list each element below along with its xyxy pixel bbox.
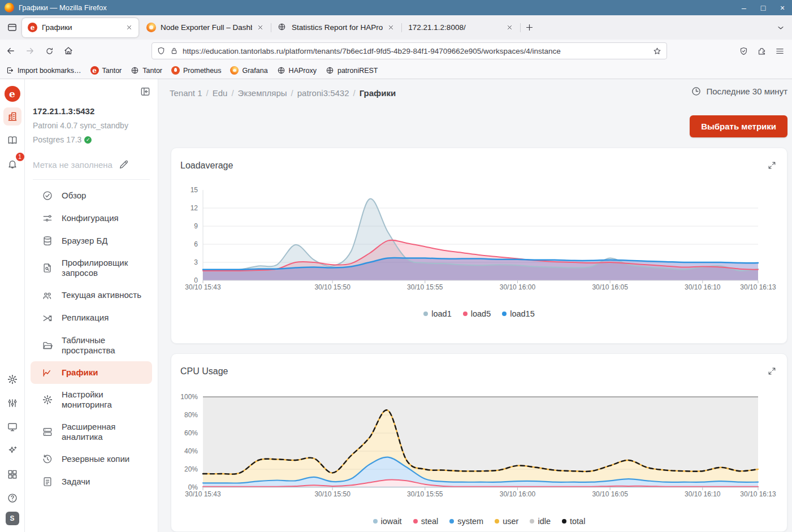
sidebar-item-profiler[interactable]: Профилировщик запросов <box>31 252 152 284</box>
forward-button[interactable] <box>21 42 38 59</box>
legend-item-load5[interactable]: load5 <box>463 309 491 318</box>
bookmark-star-icon[interactable] <box>652 46 662 56</box>
back-button[interactable] <box>2 42 19 59</box>
sidebar-item-tablespaces[interactable]: Табличные пространства <box>31 330 152 362</box>
protections-dashboard-icon[interactable] <box>734 42 752 59</box>
maximize-button[interactable]: □ <box>754 0 773 15</box>
sidebar-item-charts[interactable]: Графики <box>31 361 152 384</box>
legend-item-system[interactable]: system <box>449 517 483 526</box>
select-metrics-button[interactable]: Выбрать метрики <box>690 115 787 137</box>
bookmark-item[interactable]: Grafana <box>230 66 267 75</box>
sidebar-item-label: Табличные пространства <box>62 335 148 356</box>
sidebar-item-config[interactable]: Конфигурация <box>31 207 152 230</box>
expand-chart-button[interactable] <box>767 366 777 376</box>
app-menu-button[interactable] <box>771 42 789 59</box>
breadcrumb-item[interactable]: Tenant 1 <box>170 88 202 98</box>
rail-item-help[interactable] <box>3 489 21 507</box>
rail-item-preferences[interactable] <box>3 394 21 412</box>
legend-dot <box>423 312 428 316</box>
bookmark-label: HAProxy <box>289 67 317 75</box>
sidebar-item-replication[interactable]: Репликация <box>31 307 152 330</box>
user-avatar[interactable]: S <box>6 512 19 525</box>
bookmark-item[interactable]: Prometheus <box>171 66 221 75</box>
sidebar-item-overview[interactable]: Обзор <box>31 184 152 207</box>
breadcrumb-item[interactable]: Edu <box>213 88 228 98</box>
profiler-icon <box>42 262 53 274</box>
url-bar[interactable]: https://education.tantorlabs.ru/platform… <box>152 42 667 59</box>
chart-title-loadaverage: Loadaverage <box>180 161 233 171</box>
bookmark-item[interactable]: patroniREST <box>326 66 378 75</box>
home-button[interactable] <box>60 42 77 59</box>
sidebar-item-analytics[interactable]: Расширенная аналитика <box>31 416 152 448</box>
minimize-button[interactable]: – <box>734 0 754 15</box>
legend-item-idle[interactable]: idle <box>530 517 551 526</box>
icon-rail: e1S <box>0 79 25 532</box>
browser-tab[interactable]: eГрафики <box>22 18 139 37</box>
tantor-favicon-icon: e <box>90 66 99 75</box>
close-tab-icon[interactable] <box>506 24 513 31</box>
rail-item-settings[interactable] <box>3 370 21 388</box>
reload-button[interactable] <box>41 42 58 59</box>
breadcrumb-separator: / <box>231 88 233 98</box>
browser-tab[interactable]: Statistics Report for HAPro <box>272 18 400 37</box>
edit-label-button[interactable] <box>118 159 129 170</box>
sidebar-item-tasks[interactable]: Задачи <box>31 470 152 493</box>
globe-favicon-icon <box>326 66 334 75</box>
tab-label: 172.21.1.2:8008/ <box>408 23 501 32</box>
browser-tab[interactable]: 172.21.1.2:8008/ <box>403 18 519 37</box>
legend-item-steal[interactable]: steal <box>413 517 439 526</box>
clock-icon <box>691 86 702 97</box>
time-range[interactable]: Последние 30 минут <box>691 86 787 97</box>
collapse-sidebar-button[interactable] <box>140 86 151 97</box>
breadcrumb-item[interactable]: Экземпляры <box>238 88 287 98</box>
sidebar-item-gear[interactable]: Настройки мониторинга <box>31 384 152 416</box>
legend-dot <box>502 312 507 316</box>
list-all-tabs-button[interactable] <box>776 23 785 32</box>
close-tab-icon[interactable] <box>257 24 264 31</box>
sidebar-item-backups[interactable]: Резервные копии <box>31 448 152 470</box>
svg-text:30/10 15:43: 30/10 15:43 <box>185 490 221 498</box>
rail-item-notifications[interactable]: 1 <box>3 155 21 173</box>
breadcrumb-item[interactable]: patroni3:5432 <box>297 88 349 98</box>
legend-item-load15[interactable]: load15 <box>502 309 535 318</box>
close-tab-icon[interactable] <box>387 24 395 31</box>
svg-text:12: 12 <box>191 204 198 212</box>
sidebar-item-label: Браузер БД <box>62 236 148 246</box>
legend-item-load1[interactable]: load1 <box>423 309 451 318</box>
svg-text:0%: 0% <box>188 483 198 491</box>
tracking-protection-icon[interactable] <box>157 46 166 55</box>
legend-item-iowait[interactable]: iowait <box>373 517 402 526</box>
gear-icon <box>42 394 53 405</box>
bookmark-label: patroniREST <box>337 67 378 75</box>
legend-item-total[interactable]: total <box>562 517 585 526</box>
breadcrumb: Tenant 1/Edu/Экземпляры/patroni3:5432/Гр… <box>170 88 396 98</box>
new-tab-button[interactable] <box>525 23 534 32</box>
legend-item-user[interactable]: user <box>495 517 518 526</box>
tasks-icon <box>42 476 53 487</box>
rail-item-assistant[interactable] <box>3 442 21 460</box>
rail-item-documentation[interactable] <box>3 131 21 149</box>
close-tab-icon[interactable] <box>125 24 133 31</box>
legend-dot <box>530 519 534 524</box>
svg-text:30/10 15:43: 30/10 15:43 <box>185 283 221 291</box>
firefox-view-button[interactable] <box>7 22 18 33</box>
rail-item-apps[interactable] <box>3 465 21 483</box>
sidebar-item-activity[interactable]: Текущая активность <box>31 284 152 307</box>
bookmark-item[interactable]: Import bookmarks… <box>6 66 81 75</box>
rail-item-monitor[interactable] <box>3 418 21 436</box>
tantor-logo-icon[interactable]: e <box>5 86 20 102</box>
bookmark-item[interactable]: Tantor <box>131 66 162 75</box>
sidebar-item-label: Настройки мониторинга <box>62 390 148 410</box>
svg-text:30/10 16:05: 30/10 16:05 <box>592 490 628 498</box>
bookmark-item[interactable]: eTantor <box>90 66 122 75</box>
close-button[interactable]: × <box>773 0 792 15</box>
sidebar-item-database[interactable]: Браузер БД <box>31 230 152 252</box>
bookmark-item[interactable]: HAProxy <box>277 66 317 75</box>
loadaverage-legend: load1load5load15 <box>171 309 787 318</box>
browser-tab[interactable]: Node Exporter Full – Dashb <box>141 18 270 37</box>
expand-chart-button[interactable] <box>767 161 777 170</box>
sidebar-item-label: Задачи <box>62 477 148 487</box>
rail-item-instances[interactable] <box>3 107 21 126</box>
extensions-icon[interactable] <box>752 42 771 59</box>
connection-lock-icon[interactable] <box>170 46 179 55</box>
